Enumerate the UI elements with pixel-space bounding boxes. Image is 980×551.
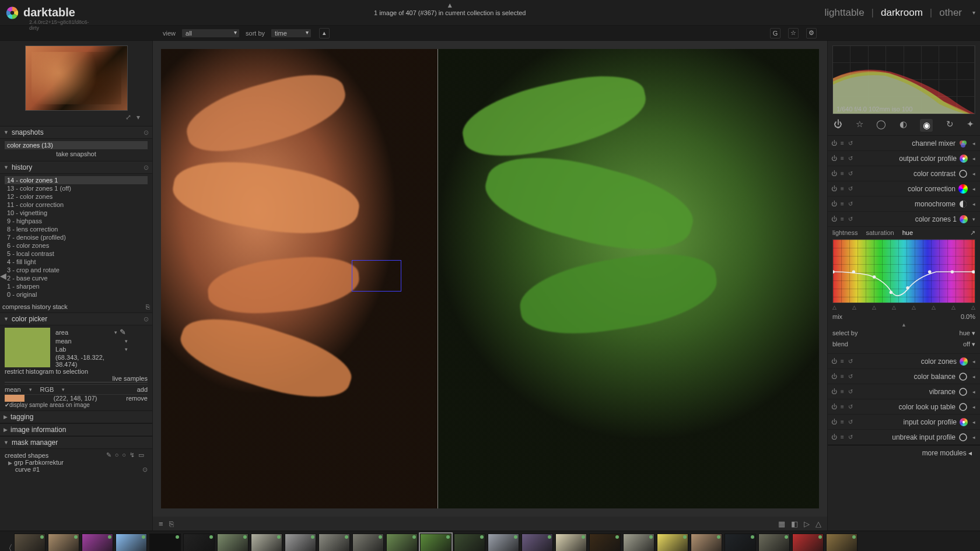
module-reset-icon[interactable]: ↺	[848, 373, 853, 380]
filmstrip-thumbnail[interactable]	[183, 534, 215, 552]
module-reset-icon[interactable]: ↺	[848, 170, 853, 177]
module-vibrance[interactable]: ⏻≡↺vibrance◂	[828, 384, 980, 399]
filmstrip-thumbnail[interactable]	[724, 534, 756, 552]
module-power-icon[interactable]: ⏻	[831, 419, 837, 425]
module-power-icon[interactable]: ⏻	[831, 434, 837, 440]
filmstrip-thumbnail[interactable]	[454, 534, 485, 552]
module-expand-icon[interactable]: ◂	[971, 201, 977, 207]
filmstrip-thumbnail[interactable]	[589, 534, 621, 552]
modulegroup-favorites-icon[interactable]: ☆	[856, 119, 863, 132]
view-other[interactable]: other	[939, 7, 962, 19]
module-input-color-profile[interactable]: ⏻≡↺input color profile◂	[828, 415, 980, 430]
module-reset-icon[interactable]: ↺	[848, 185, 853, 192]
filmstrip-thumbnail[interactable]	[623, 534, 654, 552]
module-multi-icon[interactable]: ≡	[839, 201, 845, 207]
filmstrip-thumbnail[interactable]	[116, 534, 147, 552]
filmstrip-left-arrow-icon[interactable]: 〈	[4, 543, 12, 551]
underexposure-icon[interactable]: ◧	[791, 520, 798, 528]
add-model-select[interactable]: RGB	[40, 386, 54, 393]
cz-tab-hue[interactable]: hue	[902, 229, 913, 237]
preview-thumbnail[interactable]	[25, 45, 128, 111]
filmstrip-thumbnail[interactable]	[48, 534, 79, 552]
mask-group-item[interactable]: grp Farbkorrektur	[14, 459, 64, 466]
history-item[interactable]: 9 - highpass	[5, 217, 148, 225]
image-info-header[interactable]: ▶image information	[0, 423, 152, 436]
module-multi-icon[interactable]: ≡	[839, 216, 845, 222]
filmstrip-thumbnail[interactable]	[792, 534, 824, 552]
module-expand-icon[interactable]: ◂	[971, 434, 977, 440]
mask-circle-icon[interactable]: ○	[115, 451, 123, 458]
module-reset-icon[interactable]: ↺	[848, 388, 853, 395]
history-item[interactable]: 14 - color zones 1	[5, 176, 148, 184]
module-color-look-up-table[interactable]: ⏻≡↺color look up table◂	[828, 399, 980, 415]
picker-mode-select[interactable]: area	[55, 329, 114, 336]
module-power-icon[interactable]: ⏻	[831, 358, 837, 364]
filmstrip-thumbnail[interactable]	[318, 534, 350, 552]
modulegroup-effect-icon[interactable]: ✦	[967, 119, 974, 132]
sort-select[interactable]: time	[271, 29, 312, 38]
cz-tab-saturation[interactable]: saturation	[866, 229, 894, 237]
mask-brush-icon[interactable]: ▭	[138, 451, 148, 458]
restrict-histogram-label[interactable]: restrict histogram to selection	[5, 368, 148, 375]
history-item[interactable]: 10 - vignetting	[5, 209, 148, 217]
histogram[interactable]: 1/640 f/4.0 102mm iso 100	[832, 45, 975, 114]
view-filter-select[interactable]: all	[181, 29, 240, 38]
filmstrip-thumbnail[interactable]	[285, 534, 316, 552]
module-power-icon[interactable]: ⏻	[831, 373, 837, 380]
modulegroup-active-icon[interactable]: ⏻	[834, 119, 842, 132]
filmstrip-thumbnail[interactable]	[555, 534, 587, 552]
view-darkroom[interactable]: darkroom	[881, 7, 923, 19]
more-modules-button[interactable]: more modules ◂	[828, 445, 980, 461]
panel-options-icon[interactable]: ⊙	[144, 315, 149, 323]
filmstrip-thumbnail[interactable]	[758, 534, 790, 552]
panel-options-icon[interactable]: ⊙	[144, 129, 149, 136]
module-multi-icon[interactable]: ≡	[839, 185, 845, 192]
history-item[interactable]: 7 - denoise (profiled)	[5, 233, 148, 241]
module-reset-icon[interactable]: ↺	[848, 434, 853, 440]
module-expand-icon[interactable]: ◂	[971, 156, 977, 162]
module-reset-icon[interactable]: ↺	[848, 358, 853, 364]
zoom-dropdown-icon[interactable]: ▾	[136, 113, 142, 121]
image-stage[interactable]	[161, 49, 819, 508]
overexposure-icon[interactable]: ▦	[778, 520, 785, 528]
module-expand-icon[interactable]: ◂	[971, 389, 977, 395]
cz-graph[interactable]	[832, 239, 975, 303]
module-reset-icon[interactable]: ↺	[848, 216, 853, 222]
module-power-icon[interactable]: ⏻	[831, 170, 837, 177]
panel-options-icon[interactable]: ⊙	[144, 164, 149, 171]
module-expand-icon[interactable]: ◂	[971, 186, 977, 192]
history-header[interactable]: ▼history⊙	[0, 161, 152, 174]
module-reset-icon[interactable]: ↺	[848, 201, 853, 207]
tagging-header[interactable]: ▶tagging	[0, 410, 152, 423]
mask-path-icon[interactable]: ↯	[130, 451, 138, 458]
module-multi-icon[interactable]: ≡	[839, 419, 845, 425]
module-multi-icon[interactable]: ≡	[839, 140, 845, 146]
mask-manager-header[interactable]: ▼mask manager	[0, 436, 152, 449]
module-color-zones[interactable]: ⏻≡↺color zones◂	[828, 354, 980, 369]
module-power-icon[interactable]: ⏻	[831, 140, 837, 146]
modulegroup-basic-icon[interactable]: ◯	[876, 119, 886, 132]
module-reset-icon[interactable]: ↺	[848, 403, 853, 410]
module-expand-icon[interactable]: ◂	[971, 419, 977, 425]
history-styles-icon[interactable]: ⎘	[146, 303, 150, 310]
module-multi-icon[interactable]: ≡	[839, 170, 845, 177]
filmstrip-thumbnail[interactable]	[826, 534, 858, 552]
module-color-balance[interactable]: ⏻≡↺color balance◂	[828, 369, 980, 384]
history-item[interactable]: 12 - color zones	[5, 192, 148, 201]
module-power-icon[interactable]: ⏻	[831, 388, 837, 395]
gear-icon[interactable]: ⚙	[806, 28, 817, 38]
cz-popout-icon[interactable]: ↗	[970, 229, 975, 237]
module-output-color-profile[interactable]: ⏻≡↺output color profile◂	[828, 151, 980, 166]
history-item[interactable]: 13 - color zones 1 (off)	[5, 184, 148, 192]
filmstrip-thumbnail[interactable]	[488, 534, 519, 552]
history-item[interactable]: 3 - crop and rotate	[5, 266, 148, 274]
filmstrip-thumbnail[interactable]	[386, 534, 418, 552]
modulegroup-tone-icon[interactable]: ◐	[900, 119, 907, 132]
add-stat-select[interactable]: mean	[5, 386, 21, 393]
history-item[interactable]: 2 - base curve	[5, 274, 148, 282]
gamut-icon[interactable]: △	[816, 520, 821, 528]
collapse-left-chevron[interactable]: ◀	[0, 271, 6, 280]
module-expand-icon[interactable]: ◂	[971, 141, 977, 146]
picker-stat-select[interactable]: mean	[55, 338, 125, 345]
module-unbreak-input-profile[interactable]: ⏻≡↺unbreak input profile◂	[828, 430, 980, 445]
